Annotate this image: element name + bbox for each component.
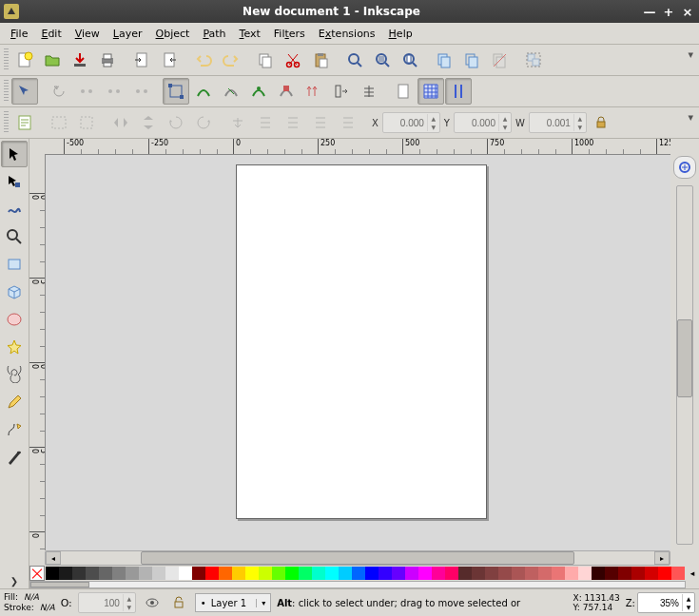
toolbar-grip[interactable] — [4, 111, 9, 134]
save-button[interactable] — [67, 47, 93, 73]
undo-button[interactable] — [190, 47, 217, 73]
color-swatch[interactable] — [86, 567, 99, 580]
export-button[interactable] — [156, 47, 183, 73]
menu-layer[interactable]: Layer — [107, 26, 149, 42]
y-input[interactable]: ▲▼ — [454, 112, 512, 133]
color-swatch[interactable] — [578, 567, 592, 580]
rectangle-tool[interactable] — [1, 251, 28, 278]
color-swatch[interactable] — [112, 567, 126, 580]
color-swatch[interactable] — [645, 567, 658, 580]
toolbox-expand-icon[interactable]: ❯ — [9, 574, 20, 588]
color-swatch[interactable] — [299, 567, 312, 580]
color-swatch[interactable] — [179, 567, 192, 580]
clone-button[interactable] — [458, 47, 485, 73]
zoom-input[interactable]: ▲▼ — [637, 592, 695, 613]
transform-pattern-button[interactable] — [301, 78, 327, 105]
paste-button[interactable] — [307, 47, 334, 73]
zoom-drawing-button[interactable] — [369, 47, 396, 73]
color-swatch[interactable] — [352, 567, 365, 580]
color-swatch[interactable] — [592, 567, 605, 580]
select-all-layers-button[interactable] — [11, 78, 38, 105]
menu-edit[interactable]: Edit — [34, 26, 68, 42]
color-swatch[interactable] — [432, 567, 445, 580]
menu-file[interactable]: File — [4, 26, 34, 42]
color-swatch[interactable] — [59, 567, 72, 580]
toolbar-grip[interactable] — [4, 80, 9, 103]
flip-v-button[interactable] — [135, 109, 162, 136]
layer-selector[interactable]: •Layer 1▾ — [195, 593, 271, 612]
color-swatch[interactable] — [325, 567, 339, 580]
toolbar-grip[interactable] — [4, 48, 9, 71]
new-document-button[interactable] — [11, 47, 38, 73]
color-swatch[interactable] — [139, 567, 152, 580]
xml-editor-button[interactable] — [11, 109, 38, 136]
rotate-cw-button[interactable] — [163, 109, 189, 136]
color-swatch[interactable] — [72, 567, 86, 580]
color-swatch[interactable] — [418, 567, 432, 580]
raise-button[interactable] — [252, 109, 279, 136]
node-tool[interactable] — [1, 168, 28, 195]
open-button[interactable] — [39, 47, 66, 73]
w-input[interactable]: ▲▼ — [529, 112, 587, 133]
opacity-input[interactable]: ▲▼ — [78, 592, 136, 613]
duplicate-button[interactable] — [431, 47, 457, 73]
rotate-ccw-button[interactable] — [190, 109, 217, 136]
flip-h-button[interactable] — [107, 109, 134, 136]
horizontal-ruler[interactable]: -500-25002505007501000125 — [45, 139, 670, 155]
close-button[interactable]: × — [680, 4, 695, 19]
lower-bottom-button[interactable] — [307, 109, 334, 136]
move-gradients-button[interactable] — [245, 78, 272, 105]
scale-corners-button[interactable] — [218, 78, 244, 105]
color-swatch[interactable] — [259, 567, 272, 580]
lower-button[interactable] — [280, 109, 306, 136]
minimize-button[interactable]: — — [642, 4, 657, 19]
palette-menu-icon[interactable]: ◂ — [686, 567, 699, 580]
spiral-tool[interactable] — [1, 361, 28, 388]
tweak-tool[interactable] — [1, 196, 28, 222]
align-button[interactable] — [46, 109, 72, 136]
scale-stroke-button[interactable] — [190, 78, 217, 105]
color-swatch[interactable] — [205, 567, 219, 580]
color-swatch[interactable] — [232, 567, 245, 580]
x-input[interactable]: ▲▼ — [382, 112, 440, 133]
color-swatch[interactable] — [339, 567, 352, 580]
group-button[interactable] — [520, 47, 547, 73]
align-edges-button[interactable] — [335, 109, 361, 136]
menu-extensions[interactable]: Extensions — [312, 26, 382, 42]
color-swatch[interactable] — [445, 567, 458, 580]
redo-button[interactable] — [218, 47, 244, 73]
copy-button[interactable] — [252, 47, 279, 73]
maximize-button[interactable]: + — [661, 4, 676, 19]
transform-mode-button[interactable] — [163, 78, 189, 105]
color-swatch[interactable] — [285, 567, 299, 580]
calligraphy-tool[interactable] — [1, 444, 28, 471]
menu-path[interactable]: Path — [196, 26, 232, 42]
color-swatch[interactable] — [405, 567, 418, 580]
grid-button[interactable] — [417, 78, 444, 105]
unlink-clone-button[interactable] — [486, 47, 513, 73]
raise-top-button[interactable] — [224, 109, 251, 136]
color-swatch[interactable] — [498, 567, 512, 580]
menu-help[interactable]: Help — [382, 26, 419, 42]
convert-button[interactable] — [328, 78, 355, 105]
bezier-tool[interactable] — [1, 416, 28, 443]
color-swatch[interactable] — [538, 567, 552, 580]
zoom-page-button[interactable] — [397, 47, 423, 73]
rotate-90-ccw-button[interactable] — [46, 78, 72, 105]
color-swatch[interactable] — [618, 567, 631, 580]
print-button[interactable] — [94, 47, 121, 73]
color-swatch[interactable] — [165, 567, 179, 580]
zoom-selection-button[interactable] — [341, 47, 368, 73]
guides-button[interactable] — [445, 78, 472, 105]
color-swatch[interactable] — [46, 567, 59, 580]
menu-filters[interactable]: Filters — [267, 26, 312, 42]
color-swatch[interactable] — [485, 567, 498, 580]
sticky-zoom-button[interactable] — [673, 156, 696, 179]
toolbar-overflow-icon[interactable]: ▾ — [688, 111, 693, 124]
color-swatch[interactable] — [99, 567, 112, 580]
color-swatch[interactable] — [472, 567, 485, 580]
color-swatch[interactable] — [272, 567, 285, 580]
color-swatch[interactable] — [512, 567, 525, 580]
color-swatch[interactable] — [631, 567, 645, 580]
layer-visibility-button[interactable] — [142, 592, 163, 613]
